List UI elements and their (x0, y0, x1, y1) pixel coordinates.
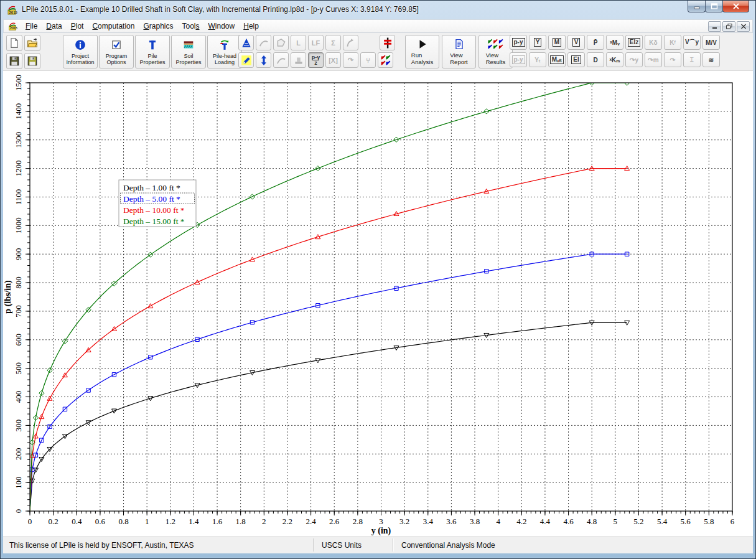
maximize-button[interactable] (705, 1, 723, 12)
mdi-minimize-button[interactable] (708, 21, 721, 32)
menu-file[interactable]: File (21, 20, 42, 32)
status-bar: This license of LPile is held by ENSOFT,… (3, 536, 753, 553)
plot-curves-button[interactable]: ≋ (702, 52, 720, 67)
svg-text:1400: 1400 (14, 103, 23, 120)
plot-m-button[interactable]: M (548, 35, 566, 50)
svg-text:0: 0 (14, 509, 23, 514)
svg-text:600: 600 (14, 334, 23, 346)
svg-text:3.8: 3.8 (470, 517, 480, 526)
svg-text:1300: 1300 (14, 132, 23, 148)
menu-tools[interactable]: Tools (178, 20, 204, 32)
menu-graphics[interactable]: Graphics (139, 20, 177, 32)
svg-text:4: 4 (496, 517, 500, 526)
svg-text:1500: 1500 (14, 75, 23, 91)
svg-text:4.6: 4.6 (563, 517, 574, 526)
svg-text:2: 2 (262, 517, 266, 526)
status-license: This license of LPile is held by ENSOFT,… (9, 541, 194, 550)
svg-text:3.4: 3.4 (423, 517, 434, 526)
py-z-button[interactable]: p-yz (308, 52, 324, 68)
legend-item[interactable]: Depth – 10.00 ft * (123, 205, 185, 215)
svg-text:300: 300 (14, 420, 23, 432)
legend-item[interactable]: Depth – 15.00 ft * (123, 217, 185, 226)
svg-text:2.4: 2.4 (306, 517, 316, 526)
status-units: USCS Units (322, 541, 362, 550)
plot-eiz-button[interactable]: EIz (625, 35, 643, 50)
svg-text:2015: 2015 (10, 26, 17, 30)
save-as-button[interactable] (24, 53, 40, 69)
toolbar: ProjectInformationProgramOptionsPileProp… (3, 33, 753, 71)
legend-item[interactable]: Depth – 1.00 ft * (123, 183, 180, 192)
plot-mult-button[interactable]: Mᵤₗₜ (548, 52, 566, 67)
status-mode: Conventional Analysis Mode (401, 541, 495, 550)
py-curves-chart: 00.20.40.60.811.21.41.61.822.22.42.62.83… (3, 71, 753, 537)
branch-arrow-button: ⑂ (360, 52, 376, 68)
info-circle-icon (75, 38, 86, 52)
svg-text:5.8: 5.8 (704, 517, 714, 526)
pile-head-loading-button[interactable]: Pile-headLoading (207, 35, 242, 68)
plot-arrow-button: ↷ (664, 52, 681, 67)
edit-pencil-button[interactable] (238, 52, 254, 68)
curved-arrow2-button: ↷ (343, 52, 358, 68)
plot-j-button: ⌶ (683, 52, 701, 67)
curve2-button (273, 52, 289, 68)
pile-section-button[interactable] (380, 35, 395, 50)
plot-py-button[interactable]: p-y (510, 35, 527, 50)
app-window: 2015 LPile 2015.8.01 - Example 10 Drille… (0, 0, 756, 559)
plot-p-button[interactable]: P̄ (587, 35, 604, 50)
svg-text:2015: 2015 (9, 11, 18, 14)
plot-xkm-button[interactable]: ˣKₘ (606, 52, 623, 67)
svg-text:0: 0 (28, 517, 32, 526)
run-analysis-button[interactable]: RunAnalysis (405, 35, 439, 68)
minimize-button[interactable] (688, 1, 706, 12)
plot-d-button[interactable]: D (587, 52, 604, 67)
pile-icon (147, 38, 158, 52)
stamp-button (291, 52, 306, 68)
svg-text:0.6: 0.6 (95, 517, 106, 526)
menu-window[interactable]: Window (204, 20, 240, 32)
l-button: L (291, 35, 306, 50)
plot-vcy-button[interactable]: V⌒y (683, 35, 701, 50)
vertical-extent-button[interactable] (256, 52, 271, 68)
plot-xmv-button[interactable]: ˣMᵥ (606, 35, 623, 50)
svg-text:4.2: 4.2 (516, 517, 526, 526)
soil-properties-button[interactable]: SoilProperties (171, 35, 206, 68)
svg-text:0.2: 0.2 (49, 517, 58, 526)
menu-computation[interactable]: Computation (88, 20, 139, 32)
menu-help[interactable]: Help (239, 20, 263, 32)
save-file-button[interactable] (6, 53, 22, 69)
plot-2y-button: ↷y (625, 52, 643, 67)
pile-cone-button[interactable] (238, 35, 254, 50)
section-shape-button (273, 35, 289, 50)
menu-plot[interactable]: Plot (67, 20, 88, 32)
svg-text:5.6: 5.6 (681, 517, 691, 526)
project-information-button[interactable]: ProjectInformation (63, 35, 98, 68)
window-title: LPile 2015.8.01 - Example 10 Drilled Sha… (22, 5, 419, 14)
program-options-button[interactable]: ProgramOptions (99, 35, 134, 68)
view-results-button[interactable]: ViewResults (478, 35, 513, 68)
svg-text:2.2: 2.2 (282, 517, 292, 526)
arrows6-icon (488, 38, 504, 50)
close-button[interactable] (722, 1, 749, 12)
title-bar: 2015 LPile 2015.8.01 - Example 10 Drille… (1, 1, 755, 19)
mdi-restore-button[interactable] (722, 21, 735, 32)
plot-py2-button: p-y (510, 52, 527, 67)
open-file-button[interactable] (24, 35, 40, 51)
view-results-small-button[interactable] (378, 52, 393, 68)
plot-y-button[interactable]: Y (529, 35, 546, 50)
checkbox-icon (111, 38, 122, 52)
svg-text:1.4: 1.4 (189, 517, 199, 526)
mdi-close-button[interactable] (737, 21, 750, 32)
view-report-button[interactable]: ViewReport (442, 35, 476, 68)
legend-item[interactable]: Depth – 5.00 ft * (123, 194, 180, 204)
plot-ei-button[interactable]: EI (567, 52, 585, 67)
new-file-button[interactable] (6, 35, 22, 51)
svg-text:200: 200 (14, 448, 23, 461)
svg-text:1000: 1000 (14, 217, 23, 233)
plot-mv-button[interactable]: M/V (702, 35, 720, 50)
svg-text:1200: 1200 (14, 161, 23, 177)
menu-data[interactable]: Data (42, 20, 66, 32)
plot-v-button[interactable]: V (567, 35, 585, 50)
svg-text:1.6: 1.6 (212, 517, 223, 526)
svg-text:3.6: 3.6 (446, 517, 457, 526)
pile-properties-button[interactable]: PileProperties (135, 35, 170, 68)
